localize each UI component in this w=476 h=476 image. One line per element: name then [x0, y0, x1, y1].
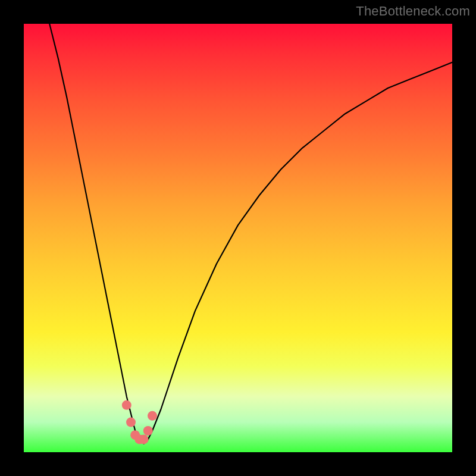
valley-marker — [122, 400, 131, 410]
watermark-text: TheBottleneck.com — [356, 4, 470, 19]
bottleneck-curve — [49, 24, 452, 444]
valley-marker — [139, 434, 149, 444]
valley-marker — [148, 411, 157, 421]
chart-svg — [24, 24, 452, 452]
valley-marker — [143, 426, 153, 436]
valley-marker — [126, 418, 136, 427]
valley-markers — [122, 400, 157, 444]
chart-frame: TheBottleneck.com — [0, 0, 476, 476]
plot-area — [24, 24, 452, 452]
